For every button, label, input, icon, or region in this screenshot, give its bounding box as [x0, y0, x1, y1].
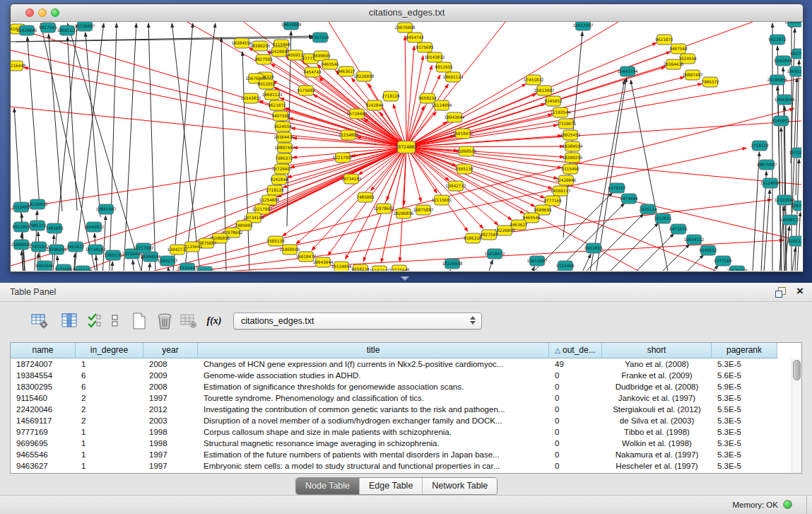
memory-status-indicator[interactable] — [783, 500, 792, 509]
network-edge[interactable] — [168, 267, 172, 271]
network-canvas[interactable]: 1938455418300295911546022420046145691179… — [11, 22, 801, 271]
create-column-icon[interactable] — [129, 310, 150, 332]
network-edge[interactable] — [596, 78, 627, 271]
network-graph[interactable]: 1938455418300295911546022420046145691179… — [11, 22, 801, 271]
tab-edge-table[interactable]: Edge Table — [360, 478, 423, 494]
network-edge[interactable] — [33, 211, 37, 271]
network-node-label: 9699695 — [312, 53, 331, 58]
network-edge[interactable] — [406, 22, 618, 147]
show-columns-icon[interactable] — [59, 310, 80, 332]
window-zoom-button[interactable] — [51, 8, 59, 17]
column-header-year[interactable]: year — [143, 343, 198, 358]
network-node-label: 18601123 — [443, 74, 464, 79]
table-settings-icon[interactable] — [29, 310, 50, 332]
column-header-label: name — [32, 345, 53, 355]
delete-column-icon[interactable] — [154, 310, 175, 332]
network-edge[interactable] — [40, 23, 95, 271]
network-edge[interactable] — [184, 23, 216, 271]
tab-network-table[interactable]: Network Table — [423, 478, 497, 494]
network-edge[interactable] — [133, 260, 137, 271]
network-node-label: 22420046 — [17, 28, 37, 33]
network-edge[interactable] — [242, 52, 249, 271]
network-node-label: 16018472 — [485, 251, 505, 256]
network-edge[interactable] — [777, 86, 782, 271]
network-edge[interactable] — [146, 263, 150, 271]
column-header-pagerank[interactable]: pagerank — [712, 343, 777, 358]
table-row[interactable]: 1456911722003Disruption of a novel membe… — [11, 415, 792, 426]
network-edge[interactable] — [478, 260, 493, 271]
cell-short: Dudbridge et al. (2008) — [602, 381, 712, 392]
network-node-label: 9497568 — [271, 113, 290, 118]
table-row[interactable]: 946362711997Embryonic stem cells: a mode… — [11, 460, 792, 472]
network-node-label: 18226058 — [354, 74, 375, 78]
network-edge[interactable] — [406, 146, 564, 147]
network-node-label: 12978602 — [374, 206, 394, 211]
table-row[interactable]: 969969511998Structural magnetic resonanc… — [11, 438, 792, 449]
network-edge[interactable] — [293, 147, 406, 148]
column-header-label: out_de... — [563, 345, 596, 355]
column-header-short[interactable]: short — [602, 343, 712, 358]
network-edge[interactable] — [148, 23, 155, 271]
network-edge[interactable] — [406, 147, 552, 189]
network-node-label: 9621072 — [268, 103, 286, 107]
network-edge[interactable] — [440, 270, 450, 271]
network-edge[interactable] — [86, 33, 100, 217]
network-edge[interactable] — [49, 34, 62, 211]
network-node-label: 9175685 — [416, 45, 434, 49]
table-scrollbar[interactable] — [792, 358, 801, 473]
select-columns-icon[interactable] — [83, 310, 105, 332]
column-header-name[interactable]: name — [11, 343, 76, 358]
table-row[interactable]: 2242004622012Investigating the contribut… — [11, 404, 792, 415]
cell-year: 2008 — [143, 358, 198, 370]
row-height-icon[interactable] — [105, 310, 126, 332]
table-panel-header: Table Panel × — [0, 283, 812, 302]
network-edge[interactable] — [28, 37, 40, 207]
table-row[interactable]: 1938455462009Genome-wide association stu… — [11, 370, 792, 381]
window-minimize-button[interactable] — [38, 8, 47, 17]
table-row[interactable]: 911546021997Tourette syndrome. Phenomeno… — [11, 392, 792, 404]
tab-node-table[interactable]: Node Table — [296, 478, 360, 494]
network-node-label: 13942737 — [158, 258, 178, 263]
network-edge[interactable] — [406, 147, 524, 214]
function-builder-icon[interactable]: f(x) — [204, 310, 225, 332]
network-edge[interactable] — [638, 265, 719, 271]
column-header-out-de-[interactable]: △out_de... — [549, 343, 602, 358]
close-panel-icon[interactable]: × — [796, 284, 804, 298]
column-header-title[interactable]: title — [198, 343, 549, 358]
column-header-label: short — [647, 345, 666, 355]
network-edge[interactable] — [406, 147, 483, 228]
cell-short: Wolkin et al. (1998) — [602, 438, 712, 449]
column-header-in-degree[interactable]: in_degree — [76, 343, 143, 358]
network-edge[interactable] — [67, 37, 77, 211]
cell-title: Disruption of a novel member of a sodium… — [198, 415, 549, 426]
float-panel-icon[interactable] — [775, 287, 785, 297]
network-edge[interactable] — [405, 36, 406, 147]
table-row[interactable]: 1872400712008Changes of HCN gene express… — [11, 358, 792, 370]
table-row[interactable]: 946554611997Estimation of the future num… — [11, 449, 792, 460]
table-row[interactable]: 1830029562008Estimation of significance … — [11, 381, 792, 392]
network-edge[interactable] — [544, 203, 625, 271]
network-node-label: 9621072 — [768, 37, 787, 42]
network-node-label: 9463627 — [337, 69, 355, 74]
network-edge[interactable] — [753, 152, 759, 271]
table-row[interactable]: 977716911998Corpus callosum shape and si… — [11, 426, 792, 438]
network-node-label: 19875887 — [413, 207, 434, 212]
table-source-select[interactable]: citations_edges.txt — [233, 313, 482, 329]
network-edge[interactable] — [630, 80, 668, 271]
cell-title: Corpus callosum shape and size in male p… — [198, 426, 549, 438]
network-window-titlebar[interactable]: citations_edges.txt — [11, 4, 803, 22]
network-edge[interactable] — [110, 23, 117, 271]
network-edge[interactable] — [563, 214, 644, 271]
network-node-label: 17451832 — [524, 77, 544, 82]
network-edge[interactable] — [623, 255, 704, 271]
cell-name: 9463627 — [11, 460, 76, 472]
network-edge[interactable] — [25, 31, 406, 147]
network-node-label: 18226058 — [28, 201, 48, 206]
network-edge[interactable] — [517, 267, 534, 271]
cell-name: 9465546 — [11, 449, 76, 460]
window-close-button[interactable] — [25, 8, 34, 17]
network-edge[interactable] — [609, 244, 690, 271]
splitter-grip[interactable] — [401, 276, 409, 281]
table-scrollbar-thumb[interactable] — [793, 360, 801, 380]
memory-status-label: Memory: OK — [732, 501, 778, 509]
